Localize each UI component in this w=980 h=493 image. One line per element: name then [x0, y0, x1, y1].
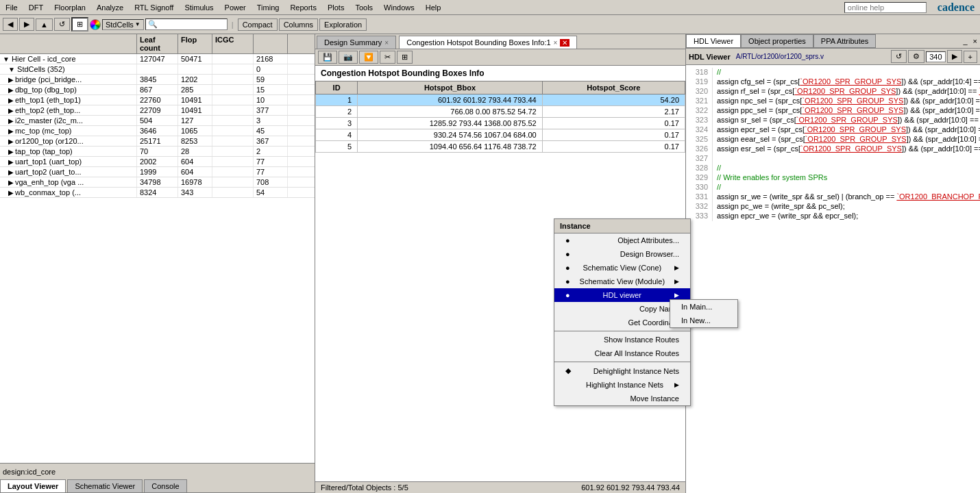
- tree-row[interactable]: ▶or1200_top (or120... 25171 8253 367: [0, 136, 315, 147]
- tree-row[interactable]: ▶wb_conmax_top (... 8324 343 54: [0, 188, 315, 198]
- tab-congestion[interactable]: Congestion Hotspot Bounding Boxes Info:1…: [399, 36, 577, 49]
- col-hotspot-bbox: Hotspot_Bbox: [358, 81, 543, 94]
- tree-row[interactable]: ▶uart_top2 (uart_to... 1999 604 77: [0, 167, 315, 177]
- menu-reports[interactable]: Reports: [284, 2, 322, 13]
- code-line-328: 328 //: [689, 164, 977, 173]
- cong-row-5[interactable]: 5 1094.40 656.64 1176.48 738.72 0.17: [316, 141, 685, 153]
- tree-row[interactable]: ▶uart_top1 (uart_top) 2002 604 77: [0, 157, 315, 167]
- ctx-show-routes[interactable]: Show Instance Routes: [554, 333, 690, 346]
- tree-col-icgc: ICGC: [212, 34, 254, 53]
- stdcells-dropdown-arrow[interactable]: ▼: [135, 21, 140, 27]
- ctx-highlight-nets[interactable]: Highlight Instance Nets: [554, 378, 690, 392]
- global-search-input[interactable]: [844, 2, 927, 13]
- menu-tools[interactable]: Tools: [350, 2, 378, 13]
- filter-btn[interactable]: 🔽: [359, 51, 378, 64]
- exploration-btn[interactable]: Exploration: [319, 18, 367, 31]
- menu-windows[interactable]: Windows: [378, 2, 420, 13]
- tree-cell-name: ▼ StdCells (352): [0, 64, 137, 74]
- tree-row[interactable]: ▶vga_enh_top (vga ... 34798 16978 708: [0, 177, 315, 188]
- ctx-move-instance[interactable]: Move Instance: [554, 392, 690, 405]
- tab-schematic-viewer[interactable]: Schematic Viewer: [67, 479, 143, 492]
- congestion-data-table: ID Hotspot_Bbox Hotspot_Score 1 601.92 6…: [315, 81, 685, 153]
- congestion-close-btn[interactable]: ✕: [560, 39, 569, 47]
- menu-file[interactable]: File: [0, 2, 23, 13]
- search-icon: 🔍: [148, 20, 158, 29]
- menu-plots[interactable]: Plots: [322, 2, 350, 13]
- cong-row-1[interactable]: 1 601.92 601.92 793.44 793.44 54.20: [316, 94, 685, 106]
- cong-cell-bbox: 601.92 601.92 793.44 793.44: [358, 94, 543, 106]
- camera-btn[interactable]: 📷: [339, 51, 358, 64]
- ctx-clear-all-routes[interactable]: Clear All Instance Routes: [554, 346, 690, 360]
- design-summary-label: Design Summary: [324, 38, 382, 47]
- ctx-object-attributes[interactable]: ● Object Attributes...: [554, 233, 690, 247]
- congestion-toolbar: 💾 📷 🔽 ✂ ⊞: [315, 49, 685, 66]
- back-btn[interactable]: ◀: [3, 18, 18, 31]
- hdl-config-btn[interactable]: ⚙: [908, 50, 924, 63]
- tab-object-properties[interactable]: Object properties: [741, 34, 813, 48]
- right-panel-close-btn[interactable]: ×: [970, 34, 980, 48]
- up-btn[interactable]: ▲: [36, 18, 53, 31]
- tree-row[interactable]: ▶mc_top (mc_top) 3646 1065 45: [0, 126, 315, 136]
- menu-floorplan[interactable]: Floorplan: [49, 2, 91, 13]
- ctx-design-browser[interactable]: ● Design Browser...: [554, 247, 690, 261]
- tree-cell-icgc: [212, 64, 254, 74]
- menu-power[interactable]: Power: [219, 2, 252, 13]
- cell-browser: Leaf count Flop ICGC ▼ Hier Cell - icd_c…: [0, 34, 315, 463]
- menu-analyze[interactable]: Analyze: [91, 2, 129, 13]
- cong-row-2[interactable]: 2 766.08 0.00 875.52 54.72 2.17: [316, 106, 685, 118]
- color-btn[interactable]: [90, 19, 101, 30]
- tree-row[interactable]: ▶eth_top2 (eth_top... 22709 10491 377: [0, 105, 315, 116]
- code-line-320: 320 assign rf_sel = (spr_cs[`OR1200_SPR_…: [689, 87, 977, 97]
- menu-dft[interactable]: DFT: [23, 2, 49, 13]
- menu-rtl-signoff[interactable]: RTL Signoff: [129, 2, 179, 13]
- hdl-in-new[interactable]: In New...: [670, 314, 737, 327]
- scissors-btn[interactable]: ✂: [380, 51, 395, 64]
- tree-row[interactable]: ▶tap_top (tap_top) 70 28 2: [0, 147, 315, 157]
- tree-row[interactable]: ▼ Hier Cell - icd_core 127047 50471 2168: [0, 54, 315, 64]
- refresh-btn[interactable]: ↺: [54, 18, 70, 31]
- save-btn[interactable]: 💾: [318, 51, 337, 64]
- ctx-schematic-module[interactable]: ● Schematic View (Module): [554, 275, 690, 288]
- design-summary-close[interactable]: ×: [384, 39, 389, 47]
- tree-row[interactable]: ▶eth_top1 (eth_top1) 22760 10491 10: [0, 95, 315, 105]
- tree-cell-flop: 50471: [178, 54, 212, 64]
- menu-timing[interactable]: Timing: [252, 2, 285, 13]
- cell-search-input[interactable]: [158, 21, 225, 29]
- schematic-module-icon: ●: [565, 277, 570, 286]
- expand-icon[interactable]: ▼: [3, 55, 10, 63]
- menu-help[interactable]: Help: [420, 2, 447, 13]
- hdl-in-main[interactable]: In Main...: [670, 300, 737, 314]
- cell-search-box[interactable]: 🔍: [145, 18, 228, 30]
- expand-icon[interactable]: ▼: [8, 66, 15, 73]
- tree-row[interactable]: ▶i2c_master (i2c_m... 504 127 3: [0, 116, 315, 126]
- hdl-go-btn[interactable]: ▶: [947, 50, 962, 63]
- code-line-319: 319 assign cfg_sel = (spr_cs[`OR1200_SPR…: [689, 77, 977, 87]
- tab-hdl-viewer[interactable]: HDL Viewer: [686, 34, 741, 48]
- forward-btn[interactable]: ▶: [19, 18, 34, 31]
- tab-design-summary[interactable]: Design Summary ×: [317, 36, 396, 49]
- col-id: ID: [316, 81, 358, 94]
- tree-row[interactable]: ▼ StdCells (352) 0: [0, 64, 315, 75]
- columns-btn[interactable]: Columns: [279, 18, 318, 31]
- tab-layout-viewer[interactable]: Layout Viewer: [0, 479, 66, 492]
- hdl-refresh-btn[interactable]: ↺: [891, 50, 907, 63]
- tab-console[interactable]: Console: [144, 479, 186, 492]
- ctx-schematic-cone[interactable]: ● Schematic View (Cone): [554, 261, 690, 275]
- tree-col-name: [0, 34, 137, 53]
- congestion-tab-close[interactable]: ×: [554, 39, 558, 47]
- cong-row-4[interactable]: 4 930.24 574.56 1067.04 684.00 0.17: [316, 129, 685, 141]
- cong-cell-score: 54.20: [542, 94, 685, 106]
- right-panel-minimize-btn[interactable]: _: [960, 34, 970, 48]
- stdcells-icon-btn[interactable]: ⊞: [71, 17, 88, 31]
- tree-row[interactable]: ▶dbg_top (dbg_top) 867 285 15: [0, 85, 315, 95]
- compact-btn[interactable]: Compact: [238, 18, 278, 31]
- tree-row[interactable]: ▶bridge (pci_bridge... 3845 1202 59: [0, 75, 315, 85]
- menu-stimulus[interactable]: Stimulus: [179, 2, 219, 13]
- tree-header: Leaf count Flop ICGC: [0, 34, 315, 54]
- grid-btn[interactable]: ⊞: [397, 51, 413, 64]
- tab-ppa-attributes[interactable]: PPA Attributes: [813, 34, 877, 48]
- hdl-add-btn[interactable]: +: [964, 51, 977, 63]
- cong-row-3[interactable]: 3 1285.92 793.44 1368.00 875.52 0.17: [316, 118, 685, 129]
- ctx-dehighlight-nets[interactable]: ◆ Dehighlight Instance Nets: [554, 364, 690, 378]
- code-line-323: 323 assign sr_sel = (spr_cs[`OR1200_SPR_…: [689, 116, 977, 125]
